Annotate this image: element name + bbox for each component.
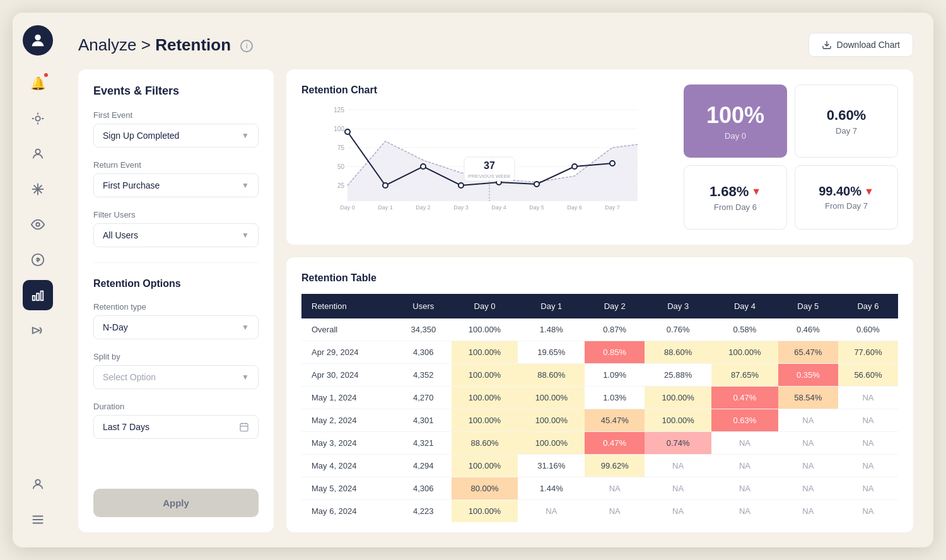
table-cell: NA: [645, 455, 711, 477]
body-layout: Events & Filters First Event Sign Up Com…: [78, 69, 913, 532]
svg-point-17: [35, 480, 40, 484]
table-cell: 4,294: [395, 455, 452, 477]
svg-point-44: [610, 161, 615, 166]
avatar[interactable]: [23, 25, 53, 55]
table-row: Overall34,350100.00%1.48%0.87%0.76%0.58%…: [301, 318, 898, 341]
table-cell: 0.63%: [711, 409, 778, 432]
table-cell: NA: [645, 500, 711, 523]
table-cell: 100.00%: [452, 409, 518, 432]
chevron-down-icon-2: ▼: [242, 181, 249, 190]
users-icon[interactable]: [23, 139, 53, 169]
table-cell: 56.60%: [838, 364, 898, 387]
stat-value-day7: 0.60%: [827, 107, 866, 124]
svg-rect-22: [240, 424, 248, 431]
split-by-select[interactable]: Select Option ▼: [93, 365, 259, 389]
stat-label-day0: Day 0: [725, 131, 746, 141]
table-cell: NA: [838, 477, 898, 500]
info-icon[interactable]: i: [240, 40, 253, 52]
stat-label-from-day7: From Day 7: [825, 201, 868, 211]
chevron-down-icon-4: ▼: [242, 323, 249, 332]
table-row: May 5, 20244,30680.00%1.44%NANANANANA: [301, 477, 898, 500]
download-chart-button[interactable]: Download Chart: [809, 33, 913, 57]
table-cell: 1.48%: [518, 318, 585, 341]
first-event-select[interactable]: Sign Up Completed ▼: [93, 124, 259, 148]
download-label: Download Chart: [837, 40, 900, 50]
svg-text:75: 75: [337, 144, 345, 151]
return-event-label: Return Event: [93, 160, 259, 170]
table-cell: NA: [711, 500, 778, 523]
return-event-select[interactable]: First Purchase ▼: [93, 173, 259, 197]
table-cell: 87.65%: [711, 364, 778, 387]
table-cell: 25.88%: [645, 364, 711, 387]
table-cell: May 4, 2024: [301, 455, 395, 477]
table-cell: NA: [778, 409, 838, 432]
table-cell: 1.03%: [585, 387, 645, 409]
menu-icon[interactable]: [23, 505, 53, 535]
svg-point-38: [383, 183, 388, 188]
retention-type-label: Retention type: [93, 302, 259, 312]
table-cell: NA: [838, 432, 898, 455]
table-cell: 100.00%: [711, 341, 778, 364]
svg-point-40: [458, 183, 464, 188]
table-section: Retention Table Retention Users Day 0 Da…: [286, 257, 913, 532]
table-cell: NA: [711, 455, 778, 477]
duration-select[interactable]: Last 7 Days: [93, 415, 259, 439]
table-cell: 19.65%: [518, 341, 585, 364]
svg-text:25: 25: [337, 182, 345, 189]
svg-point-43: [572, 164, 577, 169]
col-day2: Day 2: [585, 294, 645, 318]
stat-value-day0: 100%: [706, 102, 764, 129]
table-cell: NA: [778, 477, 838, 500]
chart-container: 125 100 75 50 25: [301, 103, 671, 230]
table-cell: 100.00%: [452, 318, 518, 341]
table-cell: 0.46%: [778, 318, 838, 341]
chevron-down-icon: ▼: [242, 131, 249, 140]
breadcrumb: Analyze > Retention i: [78, 35, 253, 55]
table-cell: 0.47%: [585, 432, 645, 455]
main-content: Analyze > Retention i Download Chart Eve…: [63, 13, 933, 547]
sidebar: 🔔: [13, 13, 63, 547]
arrow-down-icon: ▼: [751, 186, 761, 197]
filter-users-select[interactable]: All Users ▼: [93, 223, 259, 247]
first-event-group: First Event Sign Up Completed ▼: [93, 110, 259, 148]
snowflake-icon[interactable]: [23, 174, 53, 204]
table-cell: NA: [838, 455, 898, 477]
analytics-icon[interactable]: [23, 280, 53, 310]
table-cell: 4,321: [395, 432, 452, 455]
svg-text:Day 4: Day 4: [491, 204, 506, 211]
table-cell: 4,306: [395, 341, 452, 364]
stat-value-from-day6: 1.68%: [710, 184, 749, 200]
chevron-down-icon-5: ▼: [242, 373, 249, 382]
apply-button[interactable]: Apply: [93, 489, 259, 517]
profile-icon[interactable]: [23, 469, 53, 499]
megaphone-icon[interactable]: [23, 315, 53, 346]
table-cell: 0.85%: [585, 341, 645, 364]
table-cell: NA: [838, 500, 898, 523]
retention-type-select[interactable]: N-Day ▼: [93, 315, 259, 339]
table-row: May 6, 20244,223100.00%NANANANANANA: [301, 500, 898, 523]
col-day0: Day 0: [452, 294, 518, 318]
col-day6: Day 6: [838, 294, 898, 318]
notification-badge: [43, 72, 49, 78]
dollar-icon[interactable]: [23, 245, 53, 275]
table-cell: 0.35%: [778, 364, 838, 387]
table-cell: NA: [711, 432, 778, 455]
notifications-icon[interactable]: 🔔: [23, 68, 53, 98]
eye-icon[interactable]: [23, 209, 53, 240]
table-cell: 65.47%: [778, 341, 838, 364]
col-users: Users: [395, 294, 452, 318]
table-cell: May 3, 2024: [301, 432, 395, 455]
col-day4: Day 4: [711, 294, 778, 318]
table-cell: 45.47%: [585, 409, 645, 432]
table-cell: May 6, 2024: [301, 500, 395, 523]
settings-icon[interactable]: [23, 103, 53, 134]
retention-type-value: N-Day: [103, 322, 128, 332]
stat-card-day7: 0.60% Day 7: [795, 85, 898, 158]
stat-label-day7: Day 7: [836, 126, 857, 136]
retention-table: Retention Users Day 0 Day 1 Day 2 Day 3 …: [301, 294, 898, 522]
table-cell: 100.00%: [452, 455, 518, 477]
table-cell: NA: [838, 387, 898, 409]
table-cell: NA: [778, 500, 838, 523]
table-cell: NA: [711, 477, 778, 500]
table-cell: Overall: [301, 318, 395, 341]
